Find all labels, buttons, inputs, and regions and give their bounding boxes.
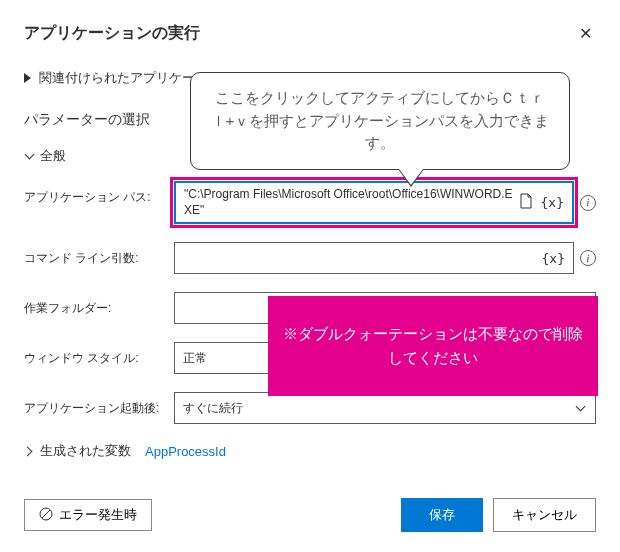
chevron-down-icon [24, 151, 34, 161]
after-launch-label: アプリケーション起動後: [24, 392, 174, 417]
app-path-input[interactable]: "C:\Program Files\Microsoft Office\root\… [174, 181, 574, 224]
generated-vars-toggle[interactable]: 生成された変数 AppProcessId [24, 442, 596, 460]
app-path-value: "C:\Program Files\Microsoft Office\root\… [184, 187, 519, 218]
save-button[interactable]: 保存 [401, 498, 483, 532]
file-picker-icon[interactable] [519, 193, 533, 212]
variable-icon[interactable]: {x} [541, 195, 564, 210]
window-style-label: ウィンドウ スタイル: [24, 342, 174, 367]
general-label: 全般 [40, 147, 66, 165]
cancel-button[interactable]: キャンセル [493, 498, 596, 532]
variable-icon[interactable]: {x} [542, 251, 565, 266]
expand-right-icon [24, 73, 31, 83]
after-launch-value: すぐに続行 [183, 400, 243, 417]
annotation-text: ※ダブルクォーテーションは不要なので削除してください [278, 322, 588, 370]
on-error-button[interactable]: エラー発生時 [24, 499, 152, 531]
cmd-args-label: コマンド ライン引数: [24, 242, 174, 267]
info-icon[interactable]: i [580, 250, 596, 266]
generated-vars-label: 生成された変数 [40, 442, 131, 460]
dialog-title: アプリケーションの実行 [24, 23, 200, 44]
work-folder-label: 作業フォルダー: [24, 292, 174, 317]
annotation-note: ※ダブルクォーテーションは不要なので削除してください [268, 296, 598, 396]
svg-line-1 [42, 510, 50, 518]
app-path-label: アプリケーション パス: [24, 181, 174, 206]
callout-tooltip: ここをクリックしてアクティブにしてからＣｔｒｌ+ｖを押すとアプリケーションパスを… [190, 72, 570, 170]
generated-var-link[interactable]: AppProcessId [145, 444, 226, 459]
chevron-down-icon [577, 403, 587, 413]
cmd-args-input[interactable]: {x} [174, 242, 574, 274]
error-icon [39, 507, 53, 524]
on-error-label: エラー発生時 [59, 506, 137, 524]
callout-text: ここをクリックしてアクティブにしてからＣｔｒｌ+ｖを押すとアプリケーションパスを… [211, 89, 550, 151]
after-launch-select[interactable]: すぐに続行 [174, 392, 596, 424]
close-icon[interactable]: ✕ [575, 20, 596, 47]
info-icon[interactable]: i [580, 195, 596, 211]
chevron-right-icon [24, 446, 34, 456]
window-style-value: 正常 [183, 350, 207, 367]
